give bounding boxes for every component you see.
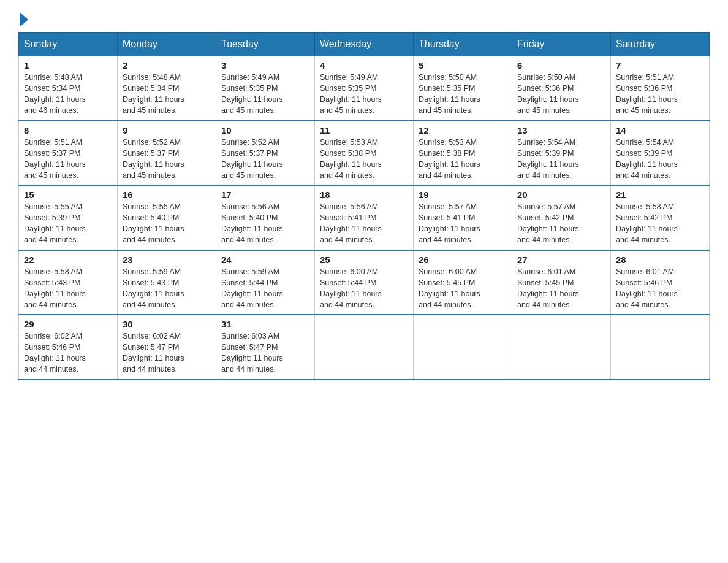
day-number: 21 (616, 190, 704, 200)
day-number: 8 (24, 125, 112, 136)
day-info: Sunrise: 5:50 AMSunset: 5:36 PMDaylight:… (517, 73, 579, 115)
day-number: 26 (419, 255, 507, 265)
day-info: Sunrise: 5:58 AMSunset: 5:42 PMDaylight:… (616, 202, 678, 244)
day-info: Sunrise: 5:56 AMSunset: 5:41 PMDaylight:… (320, 202, 382, 244)
day-info: Sunrise: 5:57 AMSunset: 5:42 PMDaylight:… (517, 202, 579, 244)
calendar-cell: 18 Sunrise: 5:56 AMSunset: 5:41 PMDaylig… (315, 185, 414, 250)
calendar-week-row: 1 Sunrise: 5:48 AMSunset: 5:34 PMDayligh… (19, 56, 710, 121)
calendar-cell (512, 315, 611, 380)
calendar-week-row: 8 Sunrise: 5:51 AMSunset: 5:37 PMDayligh… (19, 121, 710, 186)
calendar-cell: 17 Sunrise: 5:56 AMSunset: 5:40 PMDaylig… (216, 185, 315, 250)
calendar-cell: 4 Sunrise: 5:49 AMSunset: 5:35 PMDayligh… (315, 56, 414, 121)
calendar-cell: 10 Sunrise: 5:52 AMSunset: 5:37 PMDaylig… (216, 121, 315, 186)
header (18, 12, 710, 23)
day-number: 1 (24, 60, 112, 71)
day-info: Sunrise: 5:58 AMSunset: 5:43 PMDaylight:… (24, 267, 86, 309)
calendar-cell: 28 Sunrise: 6:01 AMSunset: 5:46 PMDaylig… (611, 250, 710, 315)
day-number: 5 (419, 60, 507, 71)
day-info: Sunrise: 5:59 AMSunset: 5:43 PMDaylight:… (123, 267, 184, 309)
day-number: 6 (517, 60, 605, 71)
calendar-cell: 23 Sunrise: 5:59 AMSunset: 5:43 PMDaylig… (118, 250, 216, 315)
day-info: Sunrise: 6:03 AMSunset: 5:47 PMDaylight:… (221, 332, 283, 373)
day-number: 9 (123, 125, 211, 136)
day-info: Sunrise: 5:54 AMSunset: 5:39 PMDaylight:… (517, 138, 579, 180)
calendar-cell: 13 Sunrise: 5:54 AMSunset: 5:39 PMDaylig… (512, 121, 611, 186)
calendar-cell: 5 Sunrise: 5:50 AMSunset: 5:35 PMDayligh… (414, 56, 512, 121)
calendar-cell: 24 Sunrise: 5:59 AMSunset: 5:44 PMDaylig… (216, 250, 315, 315)
calendar-table: SundayMondayTuesdayWednesdayThursdayFrid… (18, 32, 710, 380)
calendar-cell: 6 Sunrise: 5:50 AMSunset: 5:36 PMDayligh… (512, 56, 611, 121)
day-info: Sunrise: 5:49 AMSunset: 5:35 PMDaylight:… (221, 73, 283, 115)
day-number: 27 (517, 255, 605, 265)
day-number: 30 (123, 319, 211, 329)
day-info: Sunrise: 5:48 AMSunset: 5:34 PMDaylight:… (123, 73, 184, 115)
calendar-cell: 26 Sunrise: 6:00 AMSunset: 5:45 PMDaylig… (414, 250, 512, 315)
day-info: Sunrise: 6:02 AMSunset: 5:47 PMDaylight:… (123, 332, 184, 373)
day-info: Sunrise: 6:02 AMSunset: 5:46 PMDaylight:… (24, 332, 86, 373)
day-number: 20 (517, 190, 605, 200)
logo-text (18, 12, 29, 27)
calendar-cell: 25 Sunrise: 6:00 AMSunset: 5:44 PMDaylig… (315, 250, 414, 315)
column-header-saturday: Saturday (611, 33, 710, 56)
day-number: 7 (616, 60, 704, 71)
calendar-header-row: SundayMondayTuesdayWednesdayThursdayFrid… (19, 33, 710, 56)
calendar-cell: 29 Sunrise: 6:02 AMSunset: 5:46 PMDaylig… (19, 315, 118, 380)
day-number: 25 (320, 255, 408, 265)
calendar-week-row: 22 Sunrise: 5:58 AMSunset: 5:43 PMDaylig… (19, 250, 710, 315)
day-info: Sunrise: 5:48 AMSunset: 5:34 PMDaylight:… (24, 73, 86, 115)
day-info: Sunrise: 5:52 AMSunset: 5:37 PMDaylight:… (123, 138, 184, 180)
calendar-cell: 8 Sunrise: 5:51 AMSunset: 5:37 PMDayligh… (19, 121, 118, 186)
day-info: Sunrise: 5:55 AMSunset: 5:39 PMDaylight:… (24, 202, 86, 244)
calendar-cell: 2 Sunrise: 5:48 AMSunset: 5:34 PMDayligh… (118, 56, 216, 121)
calendar-cell: 3 Sunrise: 5:49 AMSunset: 5:35 PMDayligh… (216, 56, 315, 121)
calendar-cell: 31 Sunrise: 6:03 AMSunset: 5:47 PMDaylig… (216, 315, 315, 380)
calendar-cell: 30 Sunrise: 6:02 AMSunset: 5:47 PMDaylig… (118, 315, 216, 380)
calendar-cell (414, 315, 512, 380)
day-info: Sunrise: 5:51 AMSunset: 5:36 PMDaylight:… (616, 73, 678, 115)
calendar-week-row: 15 Sunrise: 5:55 AMSunset: 5:39 PMDaylig… (19, 185, 710, 250)
calendar-cell: 1 Sunrise: 5:48 AMSunset: 5:34 PMDayligh… (19, 56, 118, 121)
calendar-cell: 9 Sunrise: 5:52 AMSunset: 5:37 PMDayligh… (118, 121, 216, 186)
day-info: Sunrise: 5:54 AMSunset: 5:39 PMDaylight:… (616, 138, 678, 180)
day-number: 18 (320, 190, 408, 200)
day-info: Sunrise: 6:00 AMSunset: 5:44 PMDaylight:… (320, 267, 382, 309)
day-info: Sunrise: 5:57 AMSunset: 5:41 PMDaylight:… (419, 202, 480, 244)
day-info: Sunrise: 5:55 AMSunset: 5:40 PMDaylight:… (123, 202, 184, 244)
calendar-cell: 19 Sunrise: 5:57 AMSunset: 5:41 PMDaylig… (414, 185, 512, 250)
day-info: Sunrise: 5:51 AMSunset: 5:37 PMDaylight:… (24, 138, 86, 180)
column-header-friday: Friday (512, 33, 611, 56)
day-number: 23 (123, 255, 211, 265)
day-number: 4 (320, 60, 408, 71)
calendar-cell: 21 Sunrise: 5:58 AMSunset: 5:42 PMDaylig… (611, 185, 710, 250)
calendar-cell (611, 315, 710, 380)
column-header-tuesday: Tuesday (216, 33, 315, 56)
logo (18, 12, 29, 23)
calendar-cell: 22 Sunrise: 5:58 AMSunset: 5:43 PMDaylig… (19, 250, 118, 315)
day-info: Sunrise: 6:01 AMSunset: 5:45 PMDaylight:… (517, 267, 579, 309)
calendar-cell: 15 Sunrise: 5:55 AMSunset: 5:39 PMDaylig… (19, 185, 118, 250)
day-info: Sunrise: 5:49 AMSunset: 5:35 PMDaylight:… (320, 73, 382, 115)
day-info: Sunrise: 5:56 AMSunset: 5:40 PMDaylight:… (221, 202, 283, 244)
day-number: 10 (221, 125, 309, 136)
day-number: 11 (320, 125, 408, 136)
day-number: 13 (517, 125, 605, 136)
column-header-monday: Monday (118, 33, 216, 56)
calendar-cell: 7 Sunrise: 5:51 AMSunset: 5:36 PMDayligh… (611, 56, 710, 121)
day-number: 14 (616, 125, 704, 136)
day-number: 12 (419, 125, 507, 136)
calendar-cell: 11 Sunrise: 5:53 AMSunset: 5:38 PMDaylig… (315, 121, 414, 186)
column-header-wednesday: Wednesday (315, 33, 414, 56)
day-info: Sunrise: 6:00 AMSunset: 5:45 PMDaylight:… (419, 267, 480, 309)
calendar-cell (315, 315, 414, 380)
calendar-cell: 27 Sunrise: 6:01 AMSunset: 5:45 PMDaylig… (512, 250, 611, 315)
day-info: Sunrise: 6:01 AMSunset: 5:46 PMDaylight:… (616, 267, 678, 309)
day-number: 24 (221, 255, 309, 265)
day-info: Sunrise: 5:50 AMSunset: 5:35 PMDaylight:… (419, 73, 480, 115)
day-number: 17 (221, 190, 309, 200)
calendar-cell: 20 Sunrise: 5:57 AMSunset: 5:42 PMDaylig… (512, 185, 611, 250)
day-info: Sunrise: 5:53 AMSunset: 5:38 PMDaylight:… (419, 138, 480, 180)
calendar-cell: 12 Sunrise: 5:53 AMSunset: 5:38 PMDaylig… (414, 121, 512, 186)
day-info: Sunrise: 5:59 AMSunset: 5:44 PMDaylight:… (221, 267, 283, 309)
calendar-cell: 14 Sunrise: 5:54 AMSunset: 5:39 PMDaylig… (611, 121, 710, 186)
day-number: 3 (221, 60, 309, 71)
